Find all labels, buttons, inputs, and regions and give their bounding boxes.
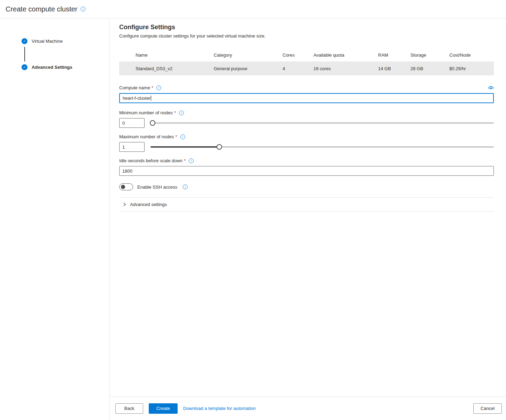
- required-mark: *: [152, 85, 153, 90]
- max-nodes-group: Maximum number of nodes * i: [119, 134, 494, 152]
- check-circle-icon: ✓: [22, 38, 27, 44]
- max-nodes-label: Maximum number of nodes * i: [119, 134, 494, 139]
- required-mark: *: [176, 134, 177, 139]
- wizard-step-virtual-machine[interactable]: ✓ Virtual Machine: [22, 38, 109, 44]
- advanced-settings-label: Advanced settings: [130, 202, 167, 207]
- column-header-cores: Cores: [283, 52, 313, 58]
- compute-name-input[interactable]: heart-f-cluster: [119, 93, 494, 103]
- ssh-toggle-label: Enable SSH access: [137, 184, 177, 190]
- table-row[interactable]: Standard_DS3_v2 General purpose 4 16 cor…: [119, 61, 494, 75]
- section-subtitle: Configure compute cluster settings for y…: [119, 33, 494, 39]
- cell-available-quota: 16 cores: [313, 66, 378, 71]
- page-title: Create compute cluster: [6, 5, 77, 13]
- column-header-cost-node: Cost/Node: [449, 52, 494, 58]
- column-header-name: Name: [136, 52, 214, 58]
- divider: [119, 211, 494, 212]
- eye-icon[interactable]: [488, 85, 494, 91]
- column-header-storage: Storage: [410, 52, 449, 58]
- max-nodes-slider[interactable]: [150, 146, 494, 148]
- cell-cores: 4: [283, 66, 313, 71]
- toggle-knob: [121, 185, 125, 189]
- info-icon[interactable]: i: [179, 110, 184, 115]
- min-nodes-group: Minimum number of nodes * i: [119, 110, 494, 128]
- cell-cost-node: $0.29/hr: [449, 66, 494, 71]
- cell-ram: 14 GB: [378, 66, 410, 71]
- check-circle-icon: ✓: [22, 64, 27, 70]
- back-button[interactable]: Back: [115, 403, 143, 414]
- page-header: Create compute cluster i: [0, 0, 506, 18]
- compute-name-group: Compute name * i heart-f-cluster: [119, 85, 494, 103]
- text-cursor: [151, 96, 151, 101]
- info-icon[interactable]: i: [81, 7, 85, 11]
- cancel-button[interactable]: Cancel: [473, 403, 502, 414]
- cell-name: Standard_DS3_v2: [136, 66, 214, 71]
- idle-seconds-label: Idle seconds before scale down * i: [119, 158, 494, 163]
- chevron-right-icon: [122, 202, 126, 207]
- wizard-sidebar: ✓ Virtual Machine ✓ Advanced Settings: [0, 19, 109, 420]
- required-mark: *: [184, 158, 186, 163]
- vm-size-table: Name Category Cores Available quota RAM …: [119, 48, 494, 75]
- min-nodes-label: Minimum number of nodes * i: [119, 110, 494, 115]
- footer-bar: Back Create Download a template for auto…: [110, 396, 506, 420]
- column-header-ram: RAM: [378, 52, 410, 58]
- idle-seconds-group: Idle seconds before scale down * i: [119, 158, 494, 176]
- cell-storage: 28 GB: [410, 66, 449, 71]
- min-nodes-slider[interactable]: [150, 122, 494, 124]
- section-title: Configure Settings: [119, 24, 494, 31]
- info-icon[interactable]: i: [180, 134, 185, 139]
- info-icon[interactable]: i: [156, 85, 161, 90]
- table-header-row: Name Category Cores Available quota RAM …: [119, 48, 494, 61]
- compute-name-label: Compute name * i: [119, 85, 494, 90]
- column-header-available-quota: Available quota: [313, 52, 378, 58]
- required-mark: *: [174, 110, 176, 115]
- step-connector-line: [24, 47, 25, 61]
- info-icon[interactable]: i: [183, 184, 188, 189]
- main-content: Configure Settings Configure compute clu…: [110, 19, 506, 396]
- slider-fill: [150, 146, 219, 148]
- slider-handle[interactable]: [217, 144, 222, 150]
- ssh-toggle[interactable]: [119, 183, 133, 190]
- step-label: Virtual Machine: [32, 39, 63, 44]
- max-nodes-input[interactable]: [119, 142, 145, 152]
- advanced-settings-expander[interactable]: Advanced settings: [119, 198, 494, 211]
- column-header-category: Category: [214, 52, 283, 58]
- create-button[interactable]: Create: [149, 403, 178, 414]
- info-icon[interactable]: i: [189, 158, 194, 163]
- min-nodes-input[interactable]: [119, 118, 145, 128]
- download-template-link[interactable]: Download a template for automation: [183, 406, 256, 411]
- slider-handle[interactable]: [150, 120, 155, 126]
- wizard-step-advanced-settings[interactable]: ✓ Advanced Settings: [22, 64, 109, 70]
- ssh-access-row: Enable SSH access i: [119, 183, 494, 191]
- cell-category: General purpose: [214, 66, 283, 71]
- step-label: Advanced Settings: [32, 65, 72, 70]
- idle-seconds-input[interactable]: [119, 166, 494, 176]
